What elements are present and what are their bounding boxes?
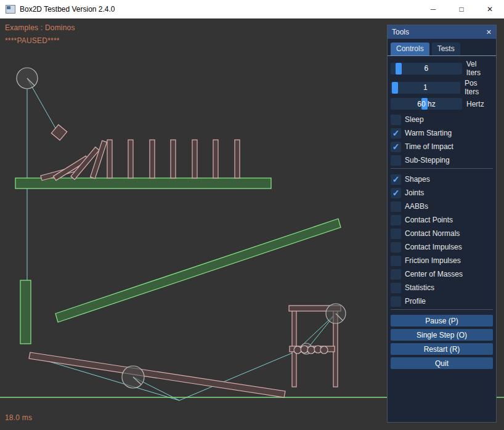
checkbox-sleep[interactable]: Sleep — [391, 114, 493, 125]
domino-platform — [15, 178, 271, 189]
checkbox-aabbs[interactable]: AABBs — [391, 201, 493, 212]
paused-label: ****PAUSED**** — [5, 36, 60, 45]
draw-checkboxes: Shapes Joints AABBs Contact Points — [391, 174, 493, 307]
separator — [391, 168, 493, 169]
vel-iters-slider[interactable]: 6 — [391, 63, 462, 75]
quit-button[interactable]: Quit — [391, 357, 493, 369]
app-icon — [6, 5, 15, 14]
checkbox-box[interactable] — [391, 188, 401, 198]
checkbox-label: Contact Points — [405, 216, 453, 224]
checkbox-label: Joints — [405, 189, 424, 197]
checkbox-warm-starting[interactable]: Warm Starting — [391, 128, 493, 139]
pos-iters-label: Pos Iters — [465, 79, 493, 96]
checkbox-label: Center of Masses — [405, 270, 463, 278]
pos-iters-slider[interactable]: 1 — [391, 82, 460, 94]
checkbox-box[interactable] — [391, 283, 401, 293]
maximize-button[interactable]: □ — [447, 0, 476, 18]
checkbox-box[interactable] — [391, 115, 401, 125]
solver-checkboxes: Sleep Warm Starting Time of Impact Sub-S… — [391, 114, 493, 166]
tools-panel-body: 6 Vel Iters 1 Pos Iters 60 hz — [388, 56, 496, 369]
checkbox-box[interactable] — [391, 174, 401, 185]
restart-button[interactable]: Restart (R) — [391, 343, 493, 355]
hertz-row: 60 hz Hertz — [391, 98, 493, 110]
tools-panel-title: Tools — [392, 28, 409, 36]
titlebar[interactable]: Box2D Testbed Version 2.4.0 ─ □ ✕ — [0, 0, 504, 18]
window-title: Box2D Testbed Version 2.4.0 — [20, 5, 115, 14]
checkbox-contact-impulses[interactable]: Contact Impulses — [391, 241, 493, 253]
checkbox-box[interactable] — [391, 229, 401, 239]
checkbox-box[interactable] — [391, 142, 401, 152]
checkbox-time-of-impact[interactable]: Time of Impact — [391, 141, 493, 152]
checkbox-shapes[interactable]: Shapes — [391, 174, 493, 185]
checkbox-label: Shapes — [405, 175, 430, 184]
checkbox-label: Sleep — [405, 115, 424, 124]
ramp — [55, 219, 341, 322]
hertz-value: 60 hz — [391, 98, 462, 110]
tab-controls[interactable]: Controls — [391, 43, 429, 55]
checkbox-label: Contact Normals — [405, 229, 460, 238]
frame-time-label: 18.0 ms — [5, 413, 32, 422]
pendulum-box — [51, 124, 67, 140]
checkbox-box[interactable] — [391, 269, 401, 280]
checkbox-center-of-masses[interactable]: Center of Masses — [391, 269, 493, 280]
checkbox-box[interactable] — [391, 296, 401, 307]
tools-panel-titlebar[interactable]: Tools ✕ — [388, 25, 496, 39]
checkbox-sub-stepping[interactable]: Sub-Stepping — [391, 155, 493, 166]
tab-bar: Controls Tests — [388, 39, 496, 56]
tools-close-icon[interactable]: ✕ — [486, 28, 492, 36]
checkbox-profile[interactable]: Profile — [391, 296, 493, 307]
checkbox-statistics[interactable]: Statistics — [391, 282, 493, 293]
minimize-button[interactable]: ─ — [419, 0, 447, 18]
checkbox-contact-points[interactable]: Contact Points — [391, 214, 493, 225]
hertz-slider[interactable]: 60 hz — [391, 98, 462, 110]
checkbox-label: Sub-Stepping — [405, 156, 450, 164]
checkbox-label: Statistics — [405, 283, 434, 292]
small-balls — [294, 346, 328, 354]
pause-button[interactable]: Pause (P) — [391, 315, 493, 327]
simulation-canvas[interactable]: Examples : Dominos ****PAUSED**** 18.0 m… — [0, 18, 504, 430]
tab-tests[interactable]: Tests — [432, 43, 460, 55]
checkbox-contact-normals[interactable]: Contact Normals — [391, 228, 493, 239]
checkbox-box[interactable] — [391, 128, 401, 139]
pos-iters-value: 1 — [391, 82, 460, 94]
checkbox-joints[interactable]: Joints — [391, 187, 493, 198]
vel-iters-value: 6 — [391, 63, 462, 75]
joint-lines — [27, 78, 335, 400]
window-controls: ─ □ ✕ — [419, 0, 504, 18]
dynamic-bodies — [29, 124, 341, 397]
pos-iters-row: 1 Pos Iters — [391, 79, 493, 96]
example-label: Examples : Dominos — [5, 23, 75, 32]
single-step-button[interactable]: Single Step (O) — [391, 329, 493, 341]
static-block — [20, 280, 31, 344]
hertz-label: Hertz — [466, 100, 484, 108]
checkbox-label: Contact Impulses — [405, 243, 462, 251]
plank — [29, 352, 285, 397]
app-window: Box2D Testbed Version 2.4.0 ─ □ ✕ — [0, 0, 504, 430]
checkbox-box[interactable] — [391, 215, 401, 225]
checkbox-box[interactable] — [391, 155, 401, 166]
checkbox-friction-impulses[interactable]: Friction Impulses — [391, 255, 493, 266]
checkbox-box[interactable] — [391, 201, 401, 212]
tools-panel: Tools ✕ Controls Tests 6 Vel Iters — [387, 25, 497, 423]
circle-bodies — [17, 68, 346, 388]
checkbox-label: Profile — [405, 297, 426, 306]
close-button[interactable]: ✕ — [476, 0, 504, 18]
separator — [391, 309, 493, 310]
vel-iters-label: Vel Iters — [466, 60, 493, 77]
checkbox-box[interactable] — [391, 242, 401, 253]
checkbox-label: Time of Impact — [405, 142, 453, 151]
checkbox-label: Warm Starting — [405, 129, 452, 137]
checkbox-label: AABBs — [405, 202, 428, 211]
checkbox-label: Friction Impulses — [405, 256, 461, 265]
checkbox-box[interactable] — [391, 256, 401, 266]
vel-iters-row: 6 Vel Iters — [391, 60, 493, 77]
